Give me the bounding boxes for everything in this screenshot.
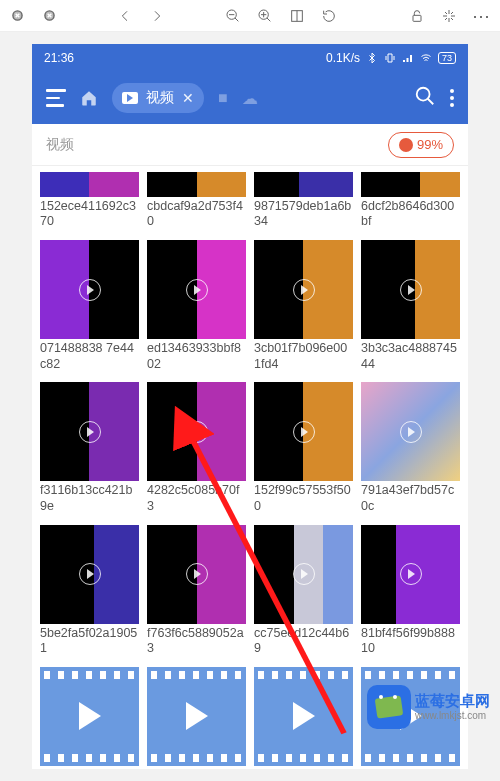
filter-bar: 视频 99% — [32, 124, 468, 166]
play-icon — [293, 702, 315, 730]
tab-close-icon[interactable]: ✕ — [182, 90, 194, 106]
video-thumbnail[interactable] — [147, 382, 246, 481]
video-tile[interactable]: 3b3c3ac488874544 — [361, 240, 460, 372]
video-tile[interactable]: 81bf4f56f99b88810 — [361, 525, 460, 657]
video-tile[interactable]: 6dcf2b8646d300bf — [361, 172, 460, 230]
svg-rect-5 — [413, 15, 421, 21]
video-tile[interactable]: f763f6c5889052a3 — [147, 525, 246, 657]
forward-icon[interactable] — [148, 7, 166, 25]
home-icon[interactable] — [80, 89, 98, 107]
video-thumbnail[interactable] — [147, 172, 246, 197]
video-tile[interactable]: ed13463933bbf802 — [147, 240, 246, 372]
lock-icon[interactable] — [408, 7, 426, 25]
video-filename: 071488838 7e44c82 — [40, 341, 139, 372]
battery-badge: 73 — [438, 52, 456, 64]
play-icon — [79, 421, 101, 443]
play-icon — [400, 279, 422, 301]
video-thumbnail[interactable] — [254, 172, 353, 197]
video-grid-container[interactable]: 152ece411692c370cbdcaf9a2d753f409871579d… — [32, 166, 468, 769]
status-speed: 0.1K/s — [326, 51, 360, 65]
menu-icon[interactable] — [46, 89, 66, 107]
video-tile[interactable]: 152f99c57553f500 — [254, 382, 353, 514]
video-tile[interactable]: 4282c5c085b70f3 — [147, 382, 246, 514]
video-thumbnail[interactable] — [40, 525, 139, 624]
video-tile[interactable]: 5ec6ac8f76de7e5d — [40, 667, 139, 769]
video-tile[interactable]: 791a43ef7bd57c0c — [361, 382, 460, 514]
video-filename: 152ece411692c370 — [40, 199, 139, 230]
filter-dropdown[interactable]: 视频 — [46, 136, 74, 154]
video-thumbnail[interactable] — [40, 240, 139, 339]
video-thumbnail[interactable] — [147, 240, 246, 339]
video-thumbnail[interactable] — [254, 667, 353, 766]
video-tile[interactable]: 04038b4d23a64f20 — [254, 667, 353, 769]
play-icon — [186, 421, 208, 443]
active-tab[interactable]: 视频 ✕ — [112, 83, 204, 113]
vibrate-icon — [384, 52, 396, 64]
video-filename: 3b3c3ac488874544 — [361, 341, 460, 372]
zoom-in-icon[interactable] — [256, 7, 274, 25]
video-filename: ed13463933bbf802 — [147, 341, 246, 372]
wifi-icon — [420, 52, 432, 64]
play-icon — [79, 563, 101, 585]
video-tile[interactable]: f3116b13cc421b9e — [40, 382, 139, 514]
close-tab-icon[interactable] — [8, 7, 26, 25]
close-tab-icon-2[interactable] — [40, 7, 58, 25]
play-icon — [186, 563, 208, 585]
zoom-out-icon[interactable] — [224, 7, 242, 25]
video-tile[interactable]: 152ece411692c370 — [40, 172, 139, 230]
bluetooth-icon — [366, 52, 378, 64]
video-tile[interactable]: 071488838 7e44c82 — [40, 240, 139, 372]
video-thumbnail[interactable] — [254, 382, 353, 481]
video-tile[interactable]: 9e5ecf11c21d5cfd83 — [147, 667, 246, 769]
video-tile[interactable]: 5be2fa5f02a19051 — [40, 525, 139, 657]
storage-percent: 99% — [417, 137, 443, 152]
play-icon — [293, 563, 315, 585]
browser-toolbar: ⋯ — [0, 0, 500, 32]
video-tile[interactable]: cbdcaf9a2d753f40 — [147, 172, 246, 230]
video-filename: cbdcaf9a2d753f40 — [147, 199, 246, 230]
video-tile[interactable]: 3cb01f7b096e001fd4 — [254, 240, 353, 372]
video-filename: 152f99c57553f500 — [254, 483, 353, 514]
pie-icon — [399, 138, 413, 152]
watermark: 蓝莓安卓网 www.lmkjst.com — [363, 683, 494, 731]
more-icon[interactable]: ⋯ — [472, 5, 492, 27]
video-filename: 81bf4f56f99b88810 — [361, 626, 460, 657]
video-tile[interactable]: 9871579deb1a6b34 — [254, 172, 353, 230]
cloud-icon[interactable]: ☁ — [242, 89, 258, 108]
watermark-title: 蓝莓安卓网 — [415, 693, 490, 710]
video-thumbnail[interactable] — [361, 240, 460, 339]
back-icon[interactable] — [116, 7, 134, 25]
video-thumbnail[interactable] — [40, 172, 139, 197]
phone-screenshot: 21:36 0.1K/s 73 视频 ✕ ■ ☁ — [32, 44, 468, 769]
video-thumbnail[interactable] — [254, 240, 353, 339]
folder-icon[interactable]: ■ — [218, 89, 228, 107]
search-icon[interactable] — [414, 85, 436, 111]
watermark-logo — [367, 685, 411, 729]
video-thumbnail[interactable] — [254, 525, 353, 624]
video-filename: 791a43ef7bd57c0c — [361, 483, 460, 514]
image-viewer-frame: 21:36 0.1K/s 73 视频 ✕ ■ ☁ — [0, 32, 500, 781]
play-icon — [79, 279, 101, 301]
video-grid: 152ece411692c370cbdcaf9a2d753f409871579d… — [32, 166, 468, 769]
play-icon — [400, 421, 422, 443]
video-filename: 04038b4d23a64f20 — [254, 768, 353, 769]
fit-icon[interactable] — [288, 7, 306, 25]
video-thumbnail[interactable] — [147, 667, 246, 766]
play-icon — [293, 279, 315, 301]
video-filename: cc75eed12c44b69 — [254, 626, 353, 657]
sparkle-icon[interactable] — [440, 7, 458, 25]
video-thumbnail[interactable] — [40, 667, 139, 766]
rotate-icon[interactable] — [320, 7, 338, 25]
play-icon — [400, 563, 422, 585]
overflow-icon[interactable] — [450, 89, 454, 107]
video-filename: c85e95ab4005fa8 — [361, 768, 460, 769]
play-icon — [293, 421, 315, 443]
storage-badge[interactable]: 99% — [388, 132, 454, 158]
video-thumbnail[interactable] — [147, 525, 246, 624]
video-thumbnail[interactable] — [361, 172, 460, 197]
video-icon — [122, 92, 138, 104]
video-thumbnail[interactable] — [361, 525, 460, 624]
video-tile[interactable]: cc75eed12c44b69 — [254, 525, 353, 657]
video-thumbnail[interactable] — [361, 382, 460, 481]
video-thumbnail[interactable] — [40, 382, 139, 481]
